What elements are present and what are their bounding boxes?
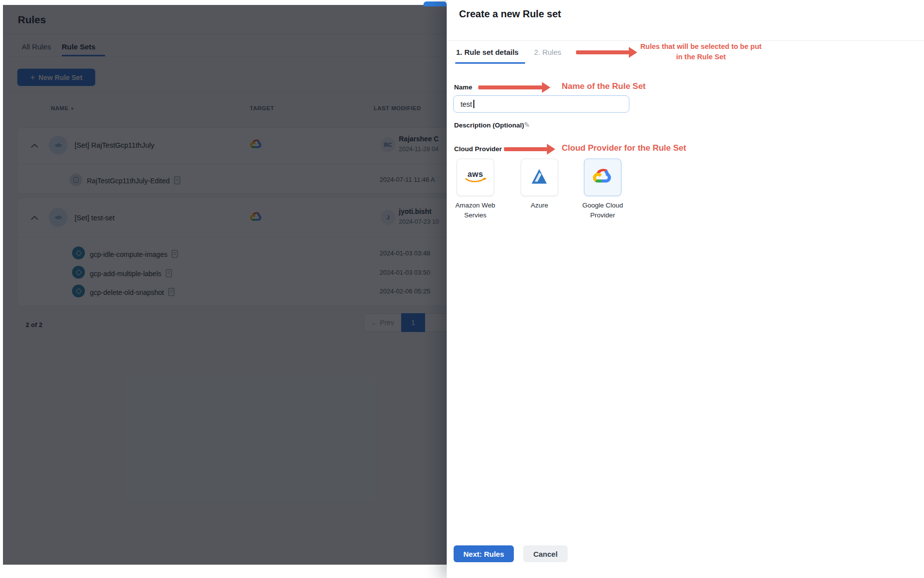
annotation-provider-note: Cloud Provider for the Rule Set — [562, 143, 686, 153]
divider — [3, 34, 447, 34]
rule-row[interactable]: gcp-idle-compute-images — [90, 249, 178, 260]
rules-page-background: Rules All Rules Rule Sets + New Rule Set… — [3, 5, 447, 565]
new-rule-set-label: New Rule Set — [38, 74, 82, 82]
ruleset-name: [Set] RajTestGcp11thJuly — [75, 141, 154, 149]
ruleset-icon: </> — [49, 136, 68, 155]
modified-date: 2024-11-28 04 — [399, 146, 438, 153]
cancel-button[interactable]: Cancel — [523, 545, 568, 562]
gcp-target-logo-icon — [250, 211, 263, 224]
annotation-arrow-icon — [478, 85, 542, 89]
app-screen: Rules All Rules Rule Sets + New Rule Set… — [0, 0, 924, 578]
plus-icon: + — [30, 73, 35, 83]
page-title: Rules — [18, 14, 46, 26]
pagination-prev-button[interactable]: ← Prev — [364, 313, 401, 332]
divider — [447, 41, 924, 41]
next-rules-button[interactable]: Next: Rules — [454, 545, 514, 562]
rule-set-name-input[interactable] — [453, 95, 629, 113]
step-tab-rules[interactable]: 2. Rules — [534, 48, 561, 56]
description-label: Description (Optional) — [454, 122, 524, 129]
rule-icon — [70, 173, 82, 186]
tab-all-rules[interactable]: All Rules — [22, 42, 51, 51]
modified-date: 2024-07-23 10 — [399, 218, 439, 225]
ruleset-group-row[interactable]: </> [Set] RajTestGcp11thJuly RC Rajarshe… — [17, 127, 447, 194]
divider — [18, 237, 447, 238]
copy-icon[interactable] — [171, 249, 178, 260]
rule-modified-date: 2024-01-03 03:50 — [380, 269, 430, 276]
provider-card-google-cloud[interactable] — [584, 159, 621, 196]
ruleset-group-row[interactable]: </> [Set] test-set J jyoti.bisht 2024-07… — [17, 198, 447, 306]
rule-modified-date: 2024-01-03 03:48 — [380, 249, 430, 257]
rule-modified-date: 2024-07-11 11:46 A — [380, 176, 435, 183]
ruleset-name: [Set] test-set — [75, 214, 115, 222]
text-cursor — [473, 100, 474, 108]
copy-icon[interactable] — [174, 176, 181, 186]
sort-caret-icon: ▾ — [71, 106, 74, 111]
new-rule-set-button[interactable]: + New Rule Set — [17, 69, 95, 86]
column-header-name[interactable]: NAME▾ — [51, 105, 74, 111]
column-header-last-modified: LAST MODIFIED — [374, 105, 421, 111]
provider-label-aws: Amazon Web Servies — [445, 201, 506, 220]
active-tab-indicator — [62, 55, 105, 56]
annotation-arrow-icon — [576, 50, 629, 54]
modified-by: jyoti.bisht — [399, 207, 431, 215]
copy-icon[interactable] — [168, 288, 175, 298]
provider-label-azure: Azure — [509, 201, 570, 210]
create-rule-set-drawer: Create a new Rule set 1. Rule set detail… — [447, 0, 924, 578]
divider — [18, 164, 447, 165]
pagination-page-1[interactable]: 1 — [401, 313, 425, 332]
annotation-arrow-icon — [504, 147, 547, 151]
rule-modified-date: 2024-02-06 05:25 — [380, 288, 430, 295]
divider — [3, 56, 447, 57]
partial-button-top — [424, 1, 447, 6]
azure-logo-icon — [529, 168, 550, 187]
chevron-up-icon[interactable] — [31, 143, 38, 148]
cloud-provider-label: Cloud Provider — [454, 145, 502, 153]
provider-label-google-cloud: Google Cloud Provider — [572, 201, 633, 220]
avatar: RC — [381, 137, 395, 152]
rule-icon — [72, 266, 85, 279]
pagination-summary: 2 of 2 — [26, 321, 42, 329]
rule-row[interactable]: gcp-add-multiple-labels — [90, 269, 172, 279]
annotation-name-note: Name of the Rule Set — [562, 82, 646, 91]
column-header-target: TARGET — [250, 105, 274, 111]
ruleset-icon: </> — [49, 208, 68, 227]
drawer-title: Create a new Rule set — [459, 8, 561, 20]
provider-card-azure[interactable] — [521, 159, 558, 196]
gcp-target-logo-icon — [250, 139, 263, 152]
rule-row[interactable]: gcp-delete-old-snapshot — [90, 288, 175, 298]
annotation-rules-note: Rules that will be selected to be put in… — [624, 41, 777, 62]
aws-logo-icon: aws — [464, 171, 487, 184]
chevron-up-icon[interactable] — [31, 215, 38, 220]
copy-icon[interactable] — [165, 269, 172, 279]
rule-icon — [72, 247, 85, 259]
provider-card-aws[interactable]: aws — [457, 159, 494, 196]
divider — [3, 92, 447, 92]
tab-rule-sets[interactable]: Rule Sets — [62, 42, 95, 51]
pagination-next-partial[interactable] — [425, 313, 447, 332]
google-cloud-logo-icon — [592, 167, 613, 187]
step-tab-rule-set-details[interactable]: 1. Rule set details — [456, 48, 519, 56]
avatar: J — [381, 210, 395, 225]
pencil-icon[interactable]: ✎ — [524, 121, 530, 129]
rule-row[interactable]: RajTestGcp11thJuly-Edited — [87, 176, 181, 186]
rule-icon — [72, 285, 85, 297]
active-step-indicator — [455, 62, 525, 64]
name-label: Name — [454, 83, 472, 91]
modified-by: Rajarshee C — [399, 135, 439, 143]
